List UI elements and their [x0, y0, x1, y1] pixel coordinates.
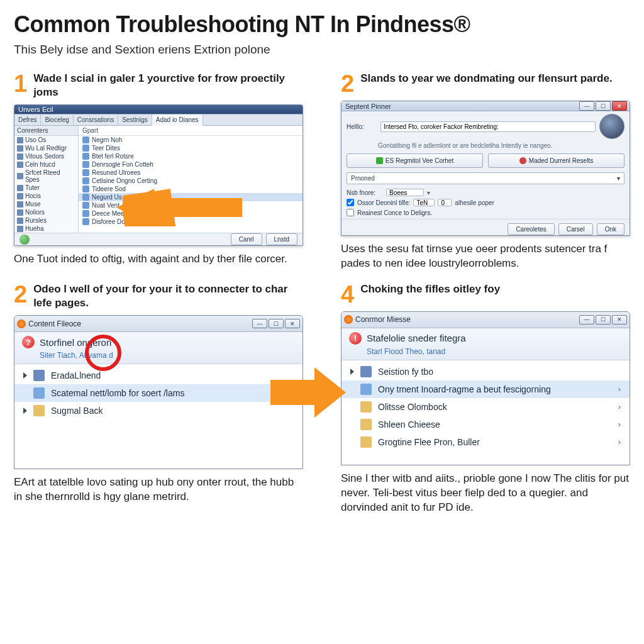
folder-icon: [17, 162, 23, 168]
list-item[interactable]: Negrn Noh: [79, 136, 303, 144]
close-button[interactable]: ✕: [285, 319, 300, 328]
dropdown[interactable]: Prnoned▾: [347, 172, 625, 184]
nb-input[interactable]: [386, 189, 424, 196]
sidebar-item[interactable]: Rursles: [14, 216, 78, 225]
tn-input[interactable]: [413, 199, 435, 206]
minimize-button[interactable]: —: [579, 315, 594, 325]
tab[interactable]: Sestinigs: [118, 114, 152, 125]
tab[interactable]: Consrsations: [74, 114, 118, 125]
complete-button[interactable]: Careoletes: [508, 223, 554, 235]
header: ! Stafelolie sneder fitegra Starl Fiood …: [341, 328, 630, 360]
folder-icon: [17, 193, 23, 199]
chevron-right-icon: ›: [618, 384, 621, 394]
go-icon[interactable]: [19, 235, 30, 245]
error-icon: !: [349, 332, 362, 345]
file-icon: [82, 161, 89, 168]
sub-link[interactable]: Starl Fiood Theo, tanad: [349, 345, 622, 356]
chevron-right-icon: ›: [618, 402, 621, 411]
sidebar-item[interactable]: Muse: [14, 200, 78, 208]
list-item-selected[interactable]: Ony tment Inoard-ragme a beut fescigorni…: [341, 380, 630, 398]
tab[interactable]: Bioceleg: [41, 114, 73, 125]
device-icon: [33, 370, 45, 381]
list-item[interactable]: EradaLlnend: [14, 367, 303, 384]
sidebar-item[interactable]: Vitous Sedors: [14, 152, 78, 160]
folder-icon: [360, 401, 372, 413]
check-icon: [376, 157, 383, 164]
sub-link[interactable]: Siter Tiach, Auvama d: [22, 348, 295, 360]
step-number: 2: [341, 72, 354, 96]
sidebar-item[interactable]: Celn htucd: [14, 160, 78, 169]
step-heading: Odeo l well of your for your it to conne…: [33, 282, 303, 310]
list-item[interactable]: Btet ferl Rotsre: [79, 152, 303, 160]
page-subtitle: This Bely idse and Sextion eriens Extrio…: [14, 43, 630, 57]
tab-active[interactable]: Adad io Dianes: [152, 114, 203, 126]
sidebar-item[interactable]: Hueha: [14, 225, 78, 233]
file-icon: [82, 136, 89, 143]
checkbox[interactable]: [347, 209, 354, 216]
error-icon: ?: [22, 336, 35, 348]
expand-icon: [23, 408, 27, 414]
list-item[interactable]: Sugmal Back: [14, 402, 303, 419]
file-icon: [82, 169, 89, 176]
list-item[interactable]: Grogtine Flee Pron, Buller›: [341, 433, 630, 451]
sidebar-item[interactable]: Hocis: [14, 192, 78, 200]
list-item[interactable]: Seistion fy tbo: [341, 363, 630, 380]
list-item[interactable]: Shleen Chieese›: [341, 416, 630, 433]
file-icon: [82, 186, 89, 192]
label: Helllo:: [347, 123, 377, 130]
app-icon: [344, 315, 353, 324]
arrow-icon: [270, 364, 346, 421]
maximize-button[interactable]: ☐: [269, 319, 284, 328]
sidebar-item[interactable]: Noliors: [14, 208, 78, 216]
cancel-button[interactable]: Canrl: [231, 233, 262, 245]
maximize-button[interactable]: ☐: [596, 101, 611, 111]
folder-icon: [17, 226, 23, 232]
sidebar-item[interactable]: Wu Lal Redtigr: [14, 144, 78, 152]
ok-button[interactable]: Onk: [597, 223, 625, 235]
titlebar: Septent Pinner — ☐ ✕: [341, 101, 630, 111]
close-button[interactable]: ✕: [612, 315, 627, 325]
chevron-right-icon: ›: [618, 419, 621, 429]
chevron-down-icon: ▾: [617, 175, 620, 182]
file-icon: [82, 194, 89, 201]
ok-button[interactable]: Lnstd: [266, 233, 297, 245]
sidebar-item[interactable]: Uso Os: [14, 136, 78, 144]
list-item[interactable]: Olitsse Olombock›: [341, 398, 630, 416]
tab[interactable]: Defres: [14, 114, 41, 125]
file-icon: [82, 202, 89, 209]
list-item[interactable]: Resuned Ulroees: [79, 169, 303, 177]
reset-button[interactable]: Maded Durrenl Reselts: [488, 153, 625, 168]
folder-icon: [17, 173, 23, 179]
register-button[interactable]: ES Regmitol Vee Corhet: [347, 153, 483, 168]
list-item[interactable]: Denrsogle Fon Cotteh: [79, 160, 303, 169]
file-icon: [360, 384, 372, 395]
zero-input[interactable]: [438, 199, 452, 206]
avatar: [599, 114, 625, 139]
sidebar: Conrenters Uso Os Wu Lal Redtigr Vitous …: [14, 126, 79, 233]
file-icon: [82, 218, 89, 225]
step-heading: Slands to year we dondmating our flensur…: [360, 72, 613, 96]
info-text: Gontatibing fil e adlemlont or are bedcl…: [341, 142, 630, 151]
close-button[interactable]: ✕: [612, 101, 627, 111]
step-1: 1 Wade I scial in galer 1 yourctive for …: [14, 72, 303, 271]
list-item[interactable]: Teer Dites: [79, 144, 303, 152]
list-item-selected[interactable]: Scatemal nett/lomb for soert /lams: [14, 384, 303, 402]
minimize-button[interactable]: —: [252, 319, 267, 328]
cancel-button[interactable]: Carsel: [558, 223, 593, 235]
sidebar-item[interactable]: Srfcet Rteed Spes: [14, 169, 78, 184]
file-icon: [82, 210, 89, 217]
step-number: 2: [14, 282, 27, 310]
maximize-button[interactable]: ☐: [596, 315, 611, 325]
panel-header: Gpart: [79, 126, 303, 136]
folder-icon: [33, 405, 45, 416]
checkbox[interactable]: [347, 199, 354, 206]
list-item[interactable]: Cetisine Ongno Certing: [79, 177, 303, 185]
minimize-button[interactable]: —: [579, 101, 594, 111]
hello-input[interactable]: [380, 121, 596, 132]
main-panel: Gpart Negrn Noh Teer Dites Btet ferl Rot…: [79, 126, 303, 233]
step-heading: Wade I scial in galer 1 yourctive for fr…: [33, 72, 303, 99]
highlight-circle: [85, 335, 121, 371]
folder-icon: [17, 201, 23, 208]
sidebar-item[interactable]: Tuter: [14, 184, 78, 192]
folder-icon: [360, 419, 372, 430]
